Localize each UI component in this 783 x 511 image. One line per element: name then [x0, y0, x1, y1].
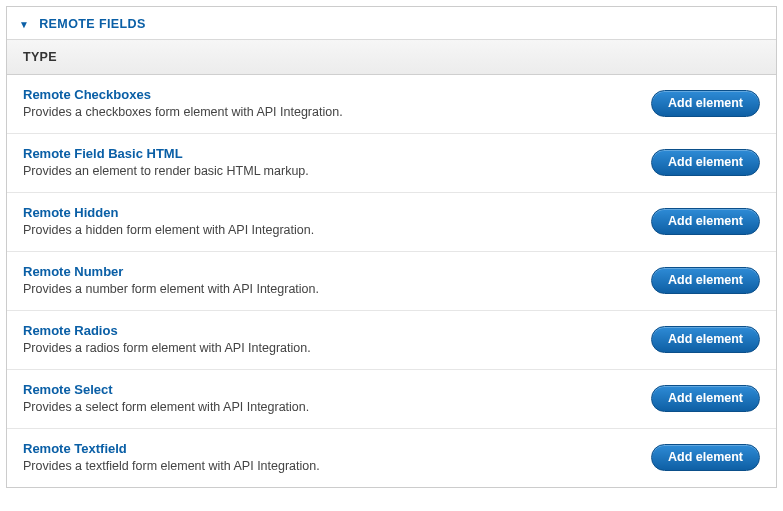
element-title-link[interactable]: Remote Checkboxes — [23, 87, 631, 102]
element-info: Remote Radios Provides a radios form ele… — [23, 323, 651, 355]
element-info: Remote Hidden Provides a hidden form ele… — [23, 205, 651, 237]
element-title-link[interactable]: Remote Number — [23, 264, 631, 279]
column-header-label: TYPE — [23, 50, 57, 64]
add-element-button[interactable]: Add element — [651, 90, 760, 117]
element-info: Remote Textfield Provides a textfield fo… — [23, 441, 651, 473]
element-title-link[interactable]: Remote Textfield — [23, 441, 631, 456]
element-row: Remote Radios Provides a radios form ele… — [7, 311, 776, 370]
element-desc: Provides a hidden form element with API … — [23, 223, 631, 237]
element-title-link[interactable]: Remote Select — [23, 382, 631, 397]
element-row: Remote Textfield Provides a textfield fo… — [7, 429, 776, 487]
element-row: Remote Field Basic HTML Provides an elem… — [7, 134, 776, 193]
element-desc: Provides a number form element with API … — [23, 282, 631, 296]
section-toggle[interactable]: ▼ REMOTE FIELDS — [7, 7, 776, 39]
add-element-button[interactable]: Add element — [651, 208, 760, 235]
add-element-button[interactable]: Add element — [651, 444, 760, 471]
element-row: Remote Checkboxes Provides a checkboxes … — [7, 75, 776, 134]
element-desc: Provides a radios form element with API … — [23, 341, 631, 355]
element-row: Remote Number Provides a number form ele… — [7, 252, 776, 311]
chevron-down-icon: ▼ — [19, 19, 29, 30]
add-element-button[interactable]: Add element — [651, 149, 760, 176]
element-info: Remote Number Provides a number form ele… — [23, 264, 651, 296]
add-element-button[interactable]: Add element — [651, 267, 760, 294]
column-header-type: TYPE — [7, 39, 776, 75]
element-row: Remote Hidden Provides a hidden form ele… — [7, 193, 776, 252]
element-info: Remote Field Basic HTML Provides an elem… — [23, 146, 651, 178]
add-element-button[interactable]: Add element — [651, 385, 760, 412]
element-desc: Provides a checkboxes form element with … — [23, 105, 631, 119]
element-title-link[interactable]: Remote Radios — [23, 323, 631, 338]
element-title-link[interactable]: Remote Hidden — [23, 205, 631, 220]
element-row: Remote Select Provides a select form ele… — [7, 370, 776, 429]
remote-fields-panel: ▼ REMOTE FIELDS TYPE Remote Checkboxes P… — [6, 6, 777, 488]
element-info: Remote Checkboxes Provides a checkboxes … — [23, 87, 651, 119]
add-element-button[interactable]: Add element — [651, 326, 760, 353]
element-info: Remote Select Provides a select form ele… — [23, 382, 651, 414]
element-desc: Provides an element to render basic HTML… — [23, 164, 631, 178]
element-title-link[interactable]: Remote Field Basic HTML — [23, 146, 631, 161]
element-desc: Provides a textfield form element with A… — [23, 459, 631, 473]
section-title: REMOTE FIELDS — [39, 17, 146, 31]
element-desc: Provides a select form element with API … — [23, 400, 631, 414]
